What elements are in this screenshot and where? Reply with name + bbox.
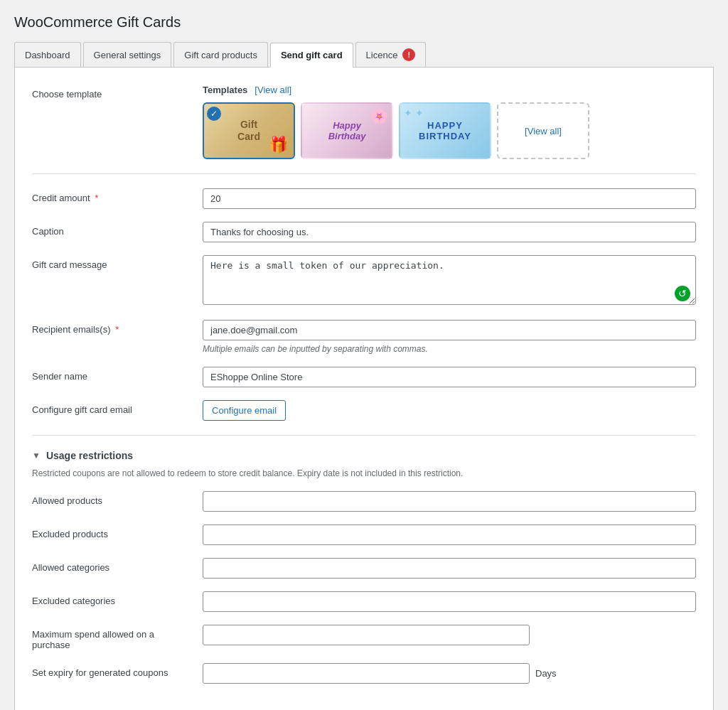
view-all-card-label: [View all] xyxy=(525,126,562,136)
recipient-emails-wrap: Multiple emails can be inputted by separ… xyxy=(203,320,696,354)
allowed-products-wrap xyxy=(203,491,696,512)
divider-2 xyxy=(32,435,696,436)
excluded-products-input[interactable] xyxy=(203,525,696,545)
usage-restrictions-header[interactable]: ▼ Usage restrictions xyxy=(32,450,696,461)
excluded-categories-input[interactable] xyxy=(203,591,696,612)
tab-gift-card-products[interactable]: Gift card products xyxy=(173,42,268,67)
allowed-categories-label: Allowed categories xyxy=(32,558,188,573)
credit-amount-wrap xyxy=(203,188,696,209)
excluded-categories-wrap xyxy=(203,591,696,612)
allowed-products-row: Allowed products xyxy=(32,491,696,512)
template-card-1[interactable]: ✓ GiftCard 🎁 xyxy=(203,102,295,159)
gift-card-message-textarea[interactable]: Here is a small token of our appreciatio… xyxy=(203,255,696,305)
configure-email-label: Configure gift card email xyxy=(32,400,188,415)
allowed-products-label: Allowed products xyxy=(32,491,188,506)
credit-required-star: * xyxy=(95,193,98,203)
allowed-categories-input[interactable] xyxy=(203,558,696,579)
recipient-emails-input[interactable] xyxy=(203,320,696,340)
expiry-label: Set expiry for generated coupons xyxy=(32,663,188,678)
excluded-products-wrap xyxy=(203,525,696,545)
templates-heading: Templates xyxy=(203,85,247,95)
stars-icon: ✦ ✦ xyxy=(404,107,424,119)
credit-amount-input[interactable] xyxy=(203,188,696,209)
template-control-wrap: Templates [View all] ✓ GiftCard 🎁 HappyB… xyxy=(203,85,696,159)
recipient-required-star: * xyxy=(115,324,119,335)
sender-name-input[interactable] xyxy=(203,367,696,387)
allowed-categories-row: Allowed categories xyxy=(32,558,696,579)
choose-template-row: Choose template Templates [View all] ✓ G… xyxy=(32,85,696,159)
configure-email-wrap: Configure email xyxy=(203,400,696,421)
caption-label: Caption xyxy=(32,222,188,237)
configure-email-button[interactable]: Configure email xyxy=(203,400,286,421)
gift-icon: 🎁 xyxy=(269,136,288,154)
view-all-link[interactable]: [View all] xyxy=(255,85,291,95)
templates-grid: ✓ GiftCard 🎁 HappyBirthday 🌸 ✦ ✦ HAPPYBI… xyxy=(203,102,696,159)
recipient-emails-label: Recipient emails(s) * xyxy=(32,320,188,335)
gift-card-message-wrap: Here is a small token of our appreciatio… xyxy=(203,255,696,307)
sender-name-label: Sender name xyxy=(32,367,188,382)
excluded-categories-label: Excluded categories xyxy=(32,591,188,606)
expiry-input[interactable] xyxy=(203,663,530,684)
page-title: WooCommerce Gift Cards xyxy=(14,14,714,31)
max-spend-input[interactable] xyxy=(203,625,530,645)
credit-amount-label: Credit amount * xyxy=(32,188,188,203)
expiry-unit: Days xyxy=(535,668,557,679)
choose-template-label: Choose template xyxy=(32,85,188,99)
refresh-icon[interactable]: ↺ xyxy=(675,286,690,301)
max-spend-row: Maximum spend allowed on a purchase xyxy=(32,625,696,650)
credit-amount-row: Credit amount * xyxy=(32,188,696,209)
licence-badge: ! xyxy=(402,48,415,61)
tab-general-settings[interactable]: General settings xyxy=(83,42,172,67)
gift-card-message-row: Gift card message Here is a small token … xyxy=(32,255,696,307)
main-panel: Choose template Templates [View all] ✓ G… xyxy=(14,68,714,710)
expiry-wrap: Days xyxy=(203,663,696,684)
max-spend-label: Maximum spend allowed on a purchase xyxy=(32,625,188,650)
recipient-hint: Multiple emails can be inputted by separ… xyxy=(203,344,696,354)
template-selected-check: ✓ xyxy=(207,107,221,121)
template-card-3[interactable]: ✦ ✦ HAPPYBIRTHDAY xyxy=(399,102,491,159)
usage-note: Restricted coupons are not allowed to re… xyxy=(32,468,696,478)
sender-name-row: Sender name xyxy=(32,367,696,387)
excluded-categories-row: Excluded categories xyxy=(32,591,696,612)
divider-1 xyxy=(32,173,696,174)
expiry-row: Set expiry for generated coupons Days xyxy=(32,663,696,684)
flowers-icon: 🌸 xyxy=(370,107,388,124)
collapse-arrow-icon: ▼ xyxy=(32,451,41,461)
configure-email-row: Configure gift card email Configure emai… xyxy=(32,400,696,421)
tab-send-gift-card[interactable]: Send gift card xyxy=(270,43,353,68)
allowed-products-input[interactable] xyxy=(203,491,696,512)
usage-restrictions-title: Usage restrictions xyxy=(46,450,133,461)
templates-header: Templates [View all] xyxy=(203,85,696,95)
caption-input[interactable] xyxy=(203,222,696,242)
sender-name-wrap xyxy=(203,367,696,387)
gift-card-message-label: Gift card message xyxy=(32,255,188,270)
template-card-2[interactable]: HappyBirthday 🌸 xyxy=(301,102,393,159)
excluded-products-row: Excluded products xyxy=(32,525,696,545)
tabs-bar: Dashboard General settings Gift card pro… xyxy=(14,42,714,68)
caption-wrap xyxy=(203,222,696,242)
recipient-emails-row: Recipient emails(s) * Multiple emails ca… xyxy=(32,320,696,354)
caption-row: Caption xyxy=(32,222,696,242)
excluded-products-label: Excluded products xyxy=(32,525,188,539)
allowed-categories-wrap xyxy=(203,558,696,579)
tab-licence[interactable]: Licence ! xyxy=(355,42,427,67)
tab-dashboard[interactable]: Dashboard xyxy=(14,42,81,67)
view-all-card[interactable]: [View all] xyxy=(497,102,589,159)
max-spend-wrap xyxy=(203,625,696,645)
